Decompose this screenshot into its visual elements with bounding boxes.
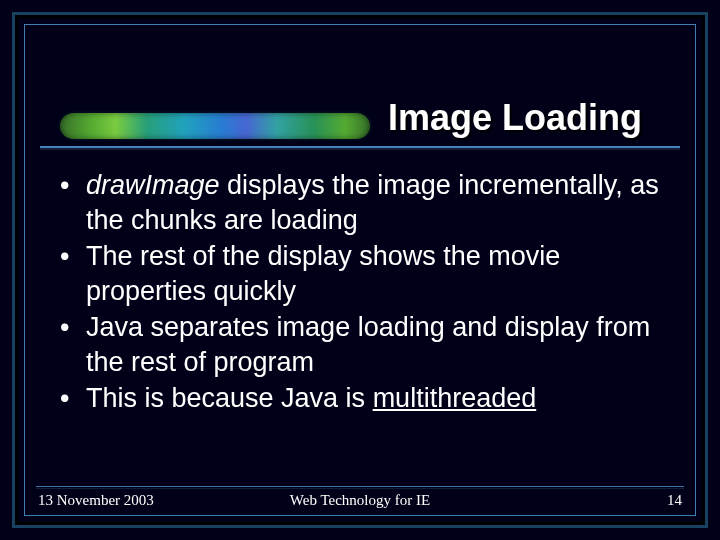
slide-title: Image Loading: [388, 97, 642, 139]
bullet-text: Java separates image loading and display…: [86, 312, 650, 377]
slide-body: drawImage displays the image incremental…: [56, 168, 666, 418]
list-item: drawImage displays the image incremental…: [56, 168, 666, 237]
list-item: The rest of the display shows the movie …: [56, 239, 666, 308]
bullet-text: drawImage displays the image incremental…: [86, 170, 659, 235]
list-item: This is because Java is multithreaded: [56, 381, 666, 416]
slide-footer: 13 November 2003 Web Technology for IE 1…: [36, 492, 684, 514]
bullet-list: drawImage displays the image incremental…: [56, 168, 666, 416]
title-underline: [40, 146, 680, 148]
list-item: Java separates image loading and display…: [56, 310, 666, 379]
footer-page-number: 14: [667, 492, 682, 509]
bullet-text: The rest of the display shows the movie …: [86, 241, 560, 306]
title-row: Image Loading: [40, 88, 680, 148]
bullet-text: This is because Java is multithreaded: [86, 383, 536, 413]
slide-stage: Image Loading drawImage displays the ima…: [0, 0, 720, 540]
footer-center: Web Technology for IE: [36, 492, 684, 509]
brush-stroke-icon: [60, 113, 370, 139]
footer-separator: [36, 486, 684, 487]
